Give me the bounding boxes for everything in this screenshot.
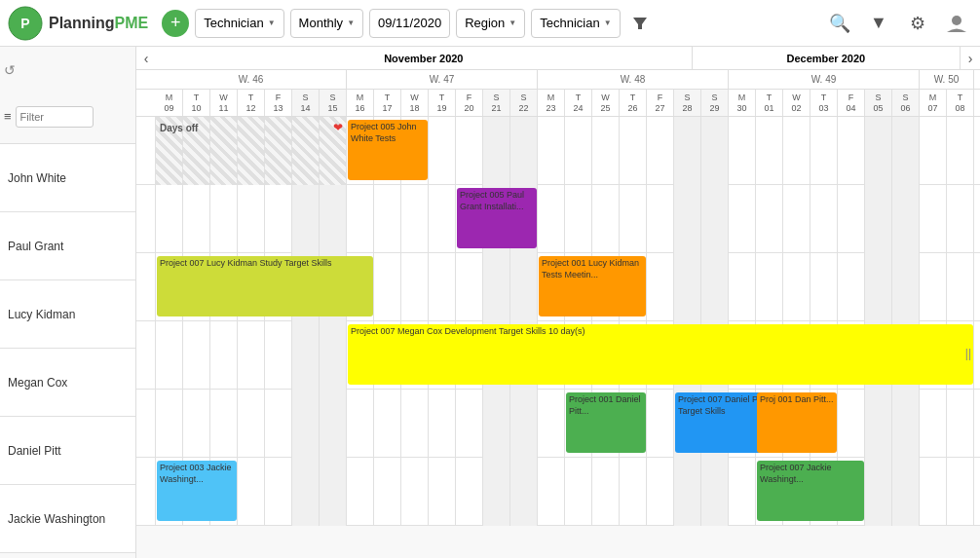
filter-row: ≡ [4, 106, 132, 128]
cell-paul-grant-day-18 [647, 185, 674, 253]
resize-handle[interactable]: || [965, 347, 971, 362]
region-dropdown[interactable]: Region ▼ [456, 9, 525, 38]
cell-jackie-washington-day-11 [456, 458, 483, 526]
filter-input[interactable] [16, 106, 94, 128]
day-header-25: F04 [838, 90, 865, 116]
cell-paul-grant-day-7 [347, 185, 374, 253]
heart-icon: ❤ [333, 121, 343, 134]
day-header-20: S29 [701, 90, 729, 116]
funnel-filter-button[interactable] [626, 10, 654, 37]
svg-point-3 [952, 16, 961, 25]
cell-megan-cox-day-3 [238, 321, 265, 390]
technician-dropdown[interactable]: Technician ▼ [195, 9, 283, 38]
svg-text:P: P [20, 16, 29, 31]
cell-daniel-pitt-day-3 [238, 390, 265, 458]
calendar-prev-button[interactable]: ‹ [136, 47, 156, 70]
event-daniel-pitt-2[interactable]: Proj 001 Dan Pitt... [757, 392, 837, 453]
technician2-dropdown[interactable]: Technician ▼ [531, 9, 620, 38]
date-picker[interactable]: 09/11/2020 [369, 9, 450, 38]
filter-dropdown-button[interactable]: ▼ [863, 8, 894, 39]
cell-jackie-washington-day-29 [947, 458, 974, 526]
cell-lucy-kidman-day-20 [701, 253, 729, 321]
cal-row-lucy-kidman: Project 007 Lucy Kidman Study Target Ski… [136, 253, 980, 321]
day-header-1: T10 [183, 90, 210, 116]
cell-jackie-washington-day-19 [674, 458, 701, 526]
cell-john-white-day-21 [729, 117, 756, 185]
cell-daniel-pitt-day-2 [210, 390, 238, 458]
cell-john-white-day-29 [947, 117, 974, 185]
event-jackie-washington-0[interactable]: Project 003 Jackie Washingt... [157, 461, 237, 521]
cell-lucy-kidman-day-24 [810, 253, 838, 321]
cell-jackie-washington-day-26 [865, 458, 892, 526]
cell-john-white-day-18 [647, 117, 674, 185]
cell-paul-grant-day-14 [538, 185, 565, 253]
event-lucy-kidman-0[interactable]: Project 007 Lucy Kidman Study Target Ski… [157, 256, 373, 316]
cell-jackie-washington-day-7 [347, 458, 374, 526]
day-header-26: S05 [865, 90, 892, 116]
cell-daniel-pitt-day-14 [538, 390, 565, 458]
cell-lucy-kidman-day-27 [892, 253, 920, 321]
cell-lucy-kidman-day-21 [729, 253, 756, 321]
day-header-8: T17 [374, 90, 401, 116]
refresh-icon[interactable]: ↺ [4, 62, 16, 78]
resource-paul-grant: Paul Grant [0, 212, 135, 280]
day-header-28: M07 [920, 90, 947, 116]
cal-row-paul-grant: Project 005 Paul Grant Installati... [136, 185, 980, 253]
cell-lucy-kidman-day-28 [920, 253, 947, 321]
cell-paul-grant-day-9 [401, 185, 429, 253]
settings-button[interactable]: ⚙ [902, 8, 933, 39]
cell-daniel-pitt-day-18 [647, 390, 674, 458]
resource-daniel-pitt: Daniel Pitt [0, 417, 135, 485]
cell-megan-cox-day-6 [320, 321, 347, 390]
cell-paul-grant-day-15 [565, 185, 592, 253]
cell-paul-grant-day-27 [892, 185, 920, 253]
calendar-next-button[interactable]: › [961, 47, 980, 70]
cell-john-white-day-2 [210, 117, 238, 185]
day-header-6: S15 [320, 90, 347, 116]
cell-paul-grant-day-16 [592, 185, 620, 253]
cell-jackie-washington-day-16 [592, 458, 620, 526]
cell-john-white-day-4 [265, 117, 292, 185]
header: P PlanningPME + Technician ▼ Monthly ▼ 0… [0, 0, 980, 47]
cell-paul-grant-day-28 [920, 185, 947, 253]
event-daniel-pitt-0[interactable]: Project 001 Daniel Pitt... [566, 392, 646, 453]
cell-daniel-pitt-day-4 [265, 390, 292, 458]
day-header-3: T12 [238, 90, 265, 116]
logo-text: PlanningPME [49, 15, 148, 32]
day-header-7: M16 [347, 90, 374, 116]
cell-paul-grant-day-5 [292, 185, 320, 253]
event-paul-grant-0[interactable]: Project 005 Paul Grant Installati... [457, 188, 537, 248]
cell-john-white-day-14 [538, 117, 565, 185]
user-button[interactable] [941, 8, 972, 39]
search-button[interactable]: 🔍 [824, 8, 855, 39]
event-lucy-kidman-1[interactable]: Project 001 Lucy Kidman Tests Meetin... [539, 256, 646, 316]
region-caret-icon: ▼ [509, 19, 516, 27]
cell-daniel-pitt-day-1 [183, 390, 210, 458]
day-header-2: W11 [210, 90, 238, 116]
cell-lucy-kidman-day-12 [483, 253, 510, 321]
cell-megan-cox-day-2 [210, 321, 238, 390]
add-button[interactable]: + [162, 10, 189, 37]
cell-jackie-washington-day-8 [374, 458, 401, 526]
cell-lucy-kidman-day-8 [374, 253, 401, 321]
event-jackie-washington-1[interactable]: Project 007 Jackie Washingt... [757, 461, 864, 521]
day-header-12: S21 [483, 90, 510, 116]
cell-daniel-pitt-day-25 [838, 390, 865, 458]
event-john-white-0[interactable]: Project 005 John White Tests [348, 120, 428, 180]
main-area: ↺ ≡ John White Paul Grant Lucy Kidman [0, 47, 980, 558]
day-header-row: M09T10W11T12F13S14S15M16T17W18T19F20S21S… [136, 90, 980, 117]
cal-row-daniel-pitt: Project 001 Daniel Pitt...Project 007 Da… [136, 390, 980, 458]
cell-jackie-washington-day-27 [892, 458, 920, 526]
cell-john-white-day-12 [483, 117, 510, 185]
cell-lucy-kidman-day-18 [647, 253, 674, 321]
cal-row-jackie-washington: Project 003 Jackie Washingt...Project 00… [136, 458, 980, 526]
sort-icon[interactable]: ≡ [4, 109, 12, 124]
monthly-dropdown[interactable]: Monthly ▼ [290, 9, 363, 38]
week-label-3: W. 49 [729, 70, 920, 89]
event-megan-cox-0[interactable]: Project 007 Megan Cox Development Target… [348, 324, 973, 385]
cell-daniel-pitt-day-27 [892, 390, 920, 458]
cell-megan-cox-day-4 [265, 321, 292, 390]
cell-jackie-washington-day-3 [238, 458, 265, 526]
cell-john-white-day-3 [238, 117, 265, 185]
cell-paul-grant-day-24 [810, 185, 838, 253]
